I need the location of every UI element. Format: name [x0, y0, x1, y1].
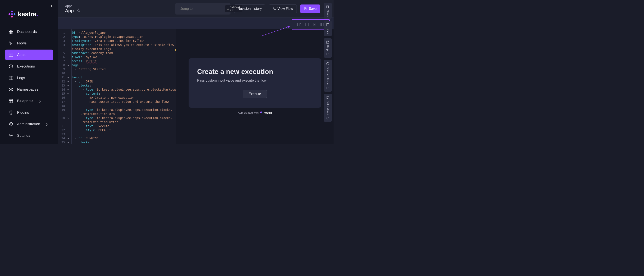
svg-point-64	[328, 42, 328, 42]
dock-help-button[interactable]: Help	[324, 38, 332, 58]
dock-label: Help	[326, 45, 329, 51]
dock-demo-button[interactable]: Get a demo	[324, 94, 332, 122]
svg-point-22	[12, 88, 12, 89]
sidebar-item-label: Settings	[17, 134, 30, 138]
annotation-arrow	[262, 25, 292, 38]
svg-rect-8	[11, 32, 13, 34]
sidebar-item-label: Executions	[17, 64, 35, 69]
svg-rect-67	[327, 98, 328, 98]
external-link-icon	[326, 117, 329, 120]
code-editor[interactable]: 1234567891011121314151617181920212223242…	[58, 29, 176, 144]
svg-rect-52	[260, 112, 261, 113]
news-icon	[326, 5, 330, 8]
svg-rect-1	[11, 13, 13, 15]
dashboard-icon	[8, 29, 13, 34]
preview-heading: Create a new execution	[197, 68, 312, 76]
svg-rect-53	[261, 112, 262, 113]
fold-column[interactable]	[66, 31, 70, 144]
sidebar-item-settings[interactable]: Settings	[5, 130, 53, 141]
view-mode-split-icon[interactable]	[305, 23, 309, 26]
sidebar: kestra. DashboardsFlowsAppsExecutionsLog…	[0, 0, 58, 144]
sidebar-item-logs[interactable]: Logs	[5, 73, 53, 83]
sidebar-item-label: Plugins	[17, 110, 29, 115]
svg-point-21	[10, 88, 10, 89]
svg-point-30	[10, 135, 12, 136]
svg-rect-7	[9, 32, 10, 34]
save-icon	[304, 7, 307, 10]
svg-rect-33	[227, 8, 229, 9]
view-mode-source-icon[interactable]	[297, 23, 301, 26]
sidebar-item-apps[interactable]: Apps	[5, 49, 53, 60]
dock-docs-button[interactable]: Docs	[324, 21, 332, 36]
blueprints-icon	[8, 99, 13, 103]
sidebar-item-label: Apps	[17, 53, 26, 57]
svg-line-38	[262, 26, 290, 36]
dock-news-button[interactable]: News	[324, 3, 332, 19]
preview-pane: Create a new execution Pass custom input…	[176, 29, 334, 144]
execution-preview-card: Create a new execution Pass custom input…	[188, 58, 321, 108]
sidebar-item-namespaces[interactable]: Namespaces	[5, 84, 53, 95]
external-link-icon	[326, 52, 329, 55]
editor-scrollbar[interactable]	[174, 29, 176, 144]
sidebar-collapse-button[interactable]	[50, 4, 54, 8]
search-input[interactable]	[180, 7, 223, 11]
namespaces-icon	[8, 87, 13, 92]
svg-rect-3	[13, 13, 16, 15]
dock-label: News	[326, 10, 329, 17]
sidebar-item-label: Dashboards	[17, 30, 37, 34]
logs-icon	[8, 76, 13, 80]
content-split: 1234567891011121314151617181920212223242…	[58, 29, 334, 144]
favorite-star-icon[interactable]	[77, 8, 80, 13]
revision-history-button[interactable]: Revision history	[234, 4, 265, 13]
help-icon	[326, 40, 330, 44]
sidebar-item-administration[interactable]: Administration❯	[5, 119, 53, 129]
preview-credit: App created with kestra	[238, 111, 272, 114]
sidebar-item-label: Namespaces	[17, 87, 38, 92]
save-button[interactable]: Save	[300, 4, 320, 13]
sidebar-item-executions[interactable]: Executions	[5, 61, 53, 72]
dock-issue-button[interactable]: Open an Issue	[324, 60, 332, 92]
preview-subtext: Pass custom input value and execute the …	[197, 79, 312, 82]
dock-label: Open an Issue	[326, 67, 329, 85]
settings-icon	[8, 133, 13, 138]
svg-point-65	[326, 62, 329, 65]
dock-label: Get a demo	[326, 101, 329, 115]
sidebar-item-label: Blueprints	[17, 99, 33, 103]
svg-point-29	[10, 123, 11, 124]
administration-icon	[8, 122, 13, 126]
sidebar-item-dashboard[interactable]: Dashboards	[5, 26, 53, 37]
sidebar-item-label: Flows	[17, 41, 26, 45]
chevron-right-icon: ❯	[39, 100, 41, 103]
svg-rect-0	[11, 10, 13, 12]
svg-rect-12	[9, 53, 13, 57]
svg-rect-58	[327, 23, 329, 24]
view-mode-doc-icon[interactable]	[312, 23, 316, 26]
page-title: App	[65, 8, 74, 13]
svg-point-24	[12, 90, 12, 91]
svg-rect-36	[275, 9, 276, 10]
execute-button[interactable]: Execute	[243, 90, 267, 98]
sidebar-item-label: Administration	[17, 122, 40, 126]
svg-point-61	[328, 41, 328, 41]
sidebar-item-plugins[interactable]: Plugins	[5, 107, 53, 118]
svg-rect-35	[272, 7, 274, 8]
sidebar-item-blueprints[interactable]: Blueprints❯	[5, 96, 53, 106]
warning-marker[interactable]	[175, 49, 176, 51]
svg-point-23	[10, 90, 10, 91]
chevron-right-icon: ❯	[46, 123, 48, 126]
svg-rect-2	[8, 13, 10, 15]
svg-rect-11	[12, 43, 13, 44]
sidebar-item-flows[interactable]: Flows	[5, 38, 53, 49]
issue-icon	[326, 62, 330, 65]
flow-icon	[272, 7, 276, 10]
svg-point-25	[10, 89, 11, 90]
jump-to-search[interactable]: Ctrl/Cmd + K	[175, 3, 230, 14]
svg-point-60	[327, 41, 327, 41]
svg-rect-46	[321, 23, 324, 26]
breadcrumb[interactable]: Apps	[65, 4, 80, 8]
view-flow-button[interactable]: View Flow	[269, 4, 297, 13]
main: Apps App Ctrl/Cmd + K Revisi	[58, 0, 334, 144]
flows-icon	[8, 41, 13, 46]
external-link-icon	[326, 86, 329, 89]
logo-mark-icon	[8, 10, 16, 18]
